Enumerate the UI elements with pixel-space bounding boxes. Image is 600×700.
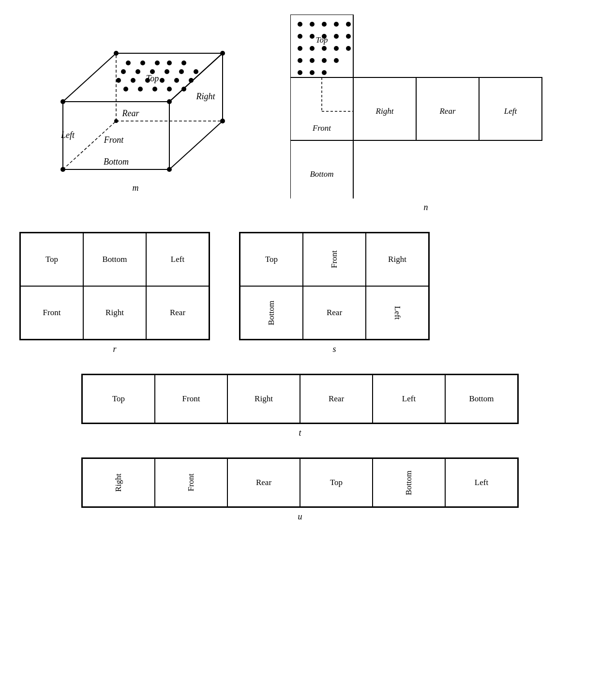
svg-point-15 (126, 61, 131, 65)
cell-t-top: Top (82, 375, 155, 423)
cell-s-bottom: Bottom (240, 286, 303, 339)
svg-point-35 (167, 87, 172, 91)
svg-text:Left: Left (504, 107, 518, 116)
svg-point-55 (310, 46, 315, 51)
svg-point-52 (334, 34, 339, 39)
svg-point-59 (298, 58, 302, 63)
main-container: Top Rear Front Left Right Bottom m (19, 15, 581, 522)
cell-r-bottom: Bottom (83, 233, 146, 286)
svg-point-7 (60, 99, 65, 104)
svg-point-64 (310, 70, 315, 75)
cell-u-top: Top (300, 458, 373, 507)
cell-u-rear: Rear (227, 458, 300, 507)
svg-point-21 (135, 69, 140, 74)
svg-point-47 (334, 22, 339, 27)
net-n-drawing: Top Front Right Rear Lef (290, 15, 561, 198)
figure-m: Top Rear Front Left Right Bottom m (19, 15, 252, 193)
figure-t-label: t (299, 428, 301, 438)
cell-u-bottom: Bottom (373, 458, 445, 507)
cell-r-rear: Rear (146, 286, 209, 339)
svg-point-20 (121, 69, 126, 74)
svg-text:Top: Top (146, 74, 159, 83)
row1: Top Rear Front Left Right Bottom m (19, 15, 581, 213)
svg-point-62 (334, 58, 339, 63)
svg-point-65 (322, 70, 327, 75)
figure-u: Right Front Rear Top Bottom Left u (19, 457, 581, 522)
svg-point-13 (220, 119, 225, 123)
svg-point-18 (167, 61, 172, 65)
cell-s-left: Left (366, 286, 429, 339)
svg-point-48 (346, 22, 351, 27)
row2: Top Bottom Left Front Right Rear r Top F… (19, 232, 581, 354)
svg-text:Left: Left (60, 130, 75, 140)
svg-point-45 (310, 22, 315, 27)
figure-m-label: m (133, 183, 139, 193)
cell-s-right: Right (366, 233, 429, 286)
svg-point-14 (114, 119, 118, 123)
svg-text:Rear: Rear (122, 108, 140, 118)
svg-text:Bottom: Bottom (310, 169, 333, 179)
svg-point-23 (165, 69, 169, 74)
cell-r-right: Right (83, 286, 146, 339)
figure-s: Top Front Right Bottom Rear Left s (239, 232, 430, 354)
cell-t-bottom: Bottom (445, 375, 518, 423)
svg-text:Top: Top (316, 35, 328, 45)
grid-r: Top Bottom Left Front Right Rear (19, 232, 210, 340)
figure-n-label: n (424, 202, 428, 213)
svg-point-63 (298, 70, 302, 75)
svg-point-34 (152, 87, 157, 91)
svg-point-46 (322, 22, 327, 27)
cell-t-front: Front (155, 375, 227, 423)
svg-point-57 (334, 46, 339, 51)
svg-point-19 (181, 61, 186, 65)
svg-text:Bottom: Bottom (104, 157, 129, 167)
svg-point-50 (310, 34, 315, 39)
svg-point-53 (346, 34, 351, 39)
cell-s-top: Top (240, 233, 303, 286)
cube-drawing: Top Rear Front Left Right Bottom (34, 15, 237, 179)
svg-point-26 (116, 78, 121, 83)
svg-point-12 (220, 51, 225, 56)
svg-text:Rear: Rear (439, 107, 455, 116)
svg-point-58 (346, 46, 351, 51)
svg-point-33 (138, 87, 143, 91)
cell-r-left: Left (146, 233, 209, 286)
cell-r-front: Front (20, 286, 83, 339)
grid-u: Right Front Rear Top Bottom Left (81, 457, 519, 508)
svg-point-11 (114, 51, 119, 56)
figure-r: Top Bottom Left Front Right Rear r (19, 232, 210, 354)
svg-point-31 (189, 78, 194, 83)
svg-text:Front: Front (312, 123, 331, 133)
cell-s-front: Front (303, 233, 366, 286)
svg-point-36 (181, 87, 186, 91)
svg-point-56 (322, 46, 327, 51)
svg-text:Front: Front (104, 135, 124, 145)
svg-point-17 (155, 61, 160, 65)
figure-s-label: s (332, 344, 336, 354)
svg-text:Right: Right (196, 91, 216, 101)
grid-t: Top Front Right Rear Left Bottom (81, 374, 519, 424)
svg-point-49 (298, 34, 302, 39)
svg-point-44 (298, 22, 302, 27)
svg-point-16 (140, 61, 145, 65)
figure-r-label: r (113, 344, 116, 354)
svg-point-60 (310, 58, 315, 63)
figure-t: Top Front Right Rear Left Bottom t (19, 374, 581, 438)
svg-point-61 (322, 58, 327, 63)
svg-point-10 (167, 167, 172, 172)
cell-t-rear: Rear (300, 375, 373, 423)
cell-u-front: Front (155, 458, 227, 507)
cell-r-top: Top (20, 233, 83, 286)
svg-point-54 (298, 46, 302, 51)
svg-point-8 (167, 99, 172, 104)
svg-point-24 (179, 69, 184, 74)
grid-s: Top Front Right Bottom Rear Left (239, 232, 430, 340)
figure-n: Top Front Right Rear Lef (281, 15, 571, 213)
svg-text:Right: Right (375, 107, 394, 116)
svg-point-32 (123, 87, 128, 91)
svg-point-27 (131, 78, 135, 83)
svg-point-9 (60, 167, 65, 172)
svg-point-25 (194, 69, 198, 74)
cell-u-right: Right (82, 458, 155, 507)
cell-u-left: Left (445, 458, 518, 507)
